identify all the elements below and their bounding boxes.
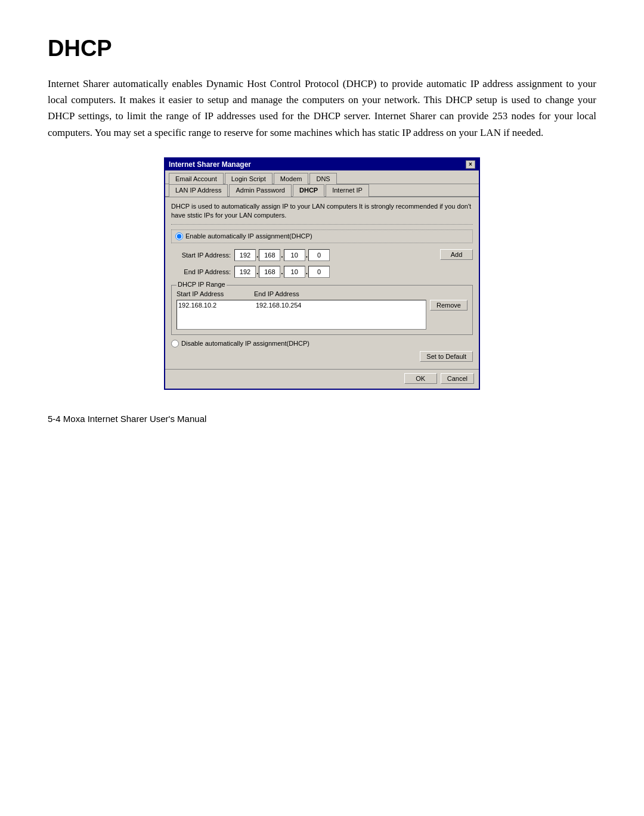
range-list-wrapper: 192.168.10.2 192.168.10.254 <box>177 300 426 332</box>
col-end-header: End IP Address <box>254 290 332 297</box>
start-ip-label: Start IP Address: <box>171 252 231 259</box>
page-title: DHCP <box>48 36 596 61</box>
dialog-title: Internet Sharer Manager <box>169 160 251 169</box>
range-start-value: 192.168.10.2 <box>178 302 256 309</box>
tabs-row-1: Email Account Login Script Modem DNS <box>165 170 479 184</box>
set-default-container: Set to Default <box>171 351 473 362</box>
range-header: Start IP Address End IP Address <box>177 290 467 297</box>
ip-and-add-row: Start IP Address: . . . End IP Address: <box>171 249 473 283</box>
enable-radio[interactable] <box>175 232 183 240</box>
end-ip-part-4[interactable] <box>308 266 330 278</box>
end-ip-part-1[interactable] <box>234 266 256 278</box>
body-paragraph: Internet Sharer automatically enables Dy… <box>48 76 596 141</box>
end-ip-part-2[interactable] <box>259 266 280 278</box>
disable-radio-group: Disable automatically IP assignment(DHCP… <box>171 340 473 348</box>
enable-radio-label: Enable automatically IP assignment(DHCP) <box>185 232 312 240</box>
tab-internet-ip[interactable]: Internet IP <box>326 184 369 197</box>
enable-radio-group: Enable automatically IP assignment(DHCP) <box>171 229 473 243</box>
tab-dns[interactable]: DNS <box>309 173 336 184</box>
ok-button[interactable]: OK <box>404 373 437 384</box>
tab-email-account[interactable]: Email Account <box>169 173 224 184</box>
start-ip-row: Start IP Address: . . . <box>171 249 436 261</box>
dialog-body: DHCP is used to automatically assign IP … <box>165 197 479 369</box>
add-button-container: Add <box>440 249 473 265</box>
dialog-window: Internet Sharer Manager × Email Account … <box>164 157 480 390</box>
close-button[interactable]: × <box>466 160 475 169</box>
start-ip-part-3[interactable] <box>284 249 305 261</box>
start-ip-part-1[interactable] <box>234 249 256 261</box>
tab-admin-password[interactable]: Admin Password <box>229 184 292 197</box>
start-ip-part-4[interactable] <box>308 249 330 261</box>
range-list[interactable]: 192.168.10.2 192.168.10.254 <box>177 300 426 330</box>
range-list-item: 192.168.10.2 192.168.10.254 <box>178 302 425 309</box>
dialog-titlebar: Internet Sharer Manager × <box>165 159 479 170</box>
info-text: DHCP is used to automatically assign IP … <box>171 202 473 225</box>
set-default-button[interactable]: Set to Default <box>420 351 473 362</box>
col-start-header: Start IP Address <box>177 290 254 297</box>
dhcp-range-label: DHCP IP Range <box>177 281 227 288</box>
end-ip-label: End IP Address: <box>171 268 231 275</box>
disable-radio-label: Disable automatically IP assignment(DHCP… <box>181 340 309 347</box>
ip-fields-stack: Start IP Address: . . . End IP Address: <box>171 249 436 283</box>
tab-modem[interactable]: Modem <box>274 173 309 184</box>
start-ip-field: . . . <box>234 249 330 261</box>
tab-lan-ip-address[interactable]: LAN IP Address <box>169 184 228 197</box>
start-ip-part-2[interactable] <box>259 249 280 261</box>
remove-button[interactable]: Remove <box>430 300 467 311</box>
add-button[interactable]: Add <box>440 249 473 260</box>
end-ip-row: End IP Address: . . . <box>171 266 436 278</box>
disable-radio[interactable] <box>171 340 179 348</box>
tabs-row-2: LAN IP Address Admin Password DHCP Inter… <box>165 184 479 197</box>
range-list-container: 192.168.10.2 192.168.10.254 Remove <box>177 300 467 332</box>
footer-text: 5-4 Moxa Internet Sharer User's Manual <box>48 414 596 424</box>
range-end-value: 192.168.10.254 <box>256 302 333 309</box>
cancel-button[interactable]: Cancel <box>441 373 474 384</box>
end-ip-part-3[interactable] <box>284 266 305 278</box>
ok-cancel-row: OK Cancel <box>165 369 479 389</box>
tab-login-script[interactable]: Login Script <box>225 173 273 184</box>
tab-dhcp[interactable]: DHCP <box>293 184 324 197</box>
end-ip-field: . . . <box>234 266 330 278</box>
dhcp-range-group: DHCP IP Range Start IP Address End IP Ad… <box>171 285 473 335</box>
